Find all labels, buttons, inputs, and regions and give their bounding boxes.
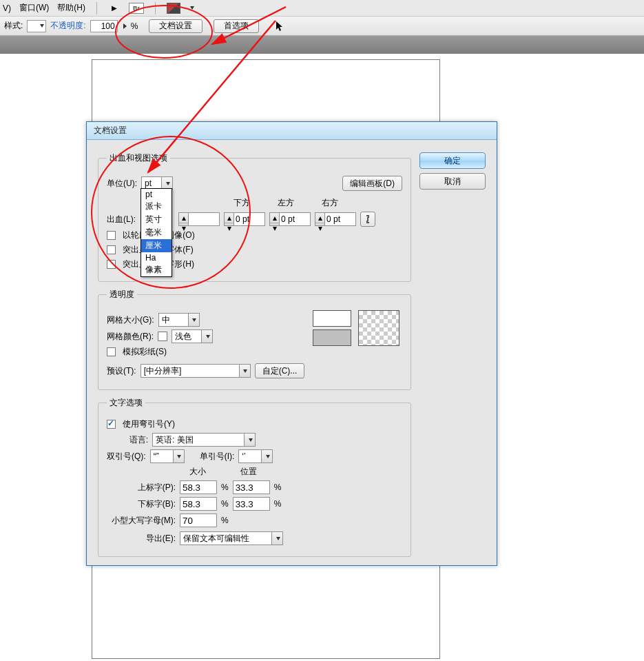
chevron-down-icon: [188, 314, 199, 326]
subscript-pos-field[interactable]: [233, 497, 270, 511]
chevron-down-icon: [173, 450, 184, 462]
simulate-paper-label: 模拟彩纸(S): [123, 346, 167, 358]
chevron-right-icon[interactable]: [123, 23, 127, 29]
unit-label: 单位(U):: [107, 178, 137, 190]
outline-images-checkbox[interactable]: [107, 231, 116, 240]
language-label: 语言:: [107, 434, 148, 446]
chevron-down-icon: [261, 450, 272, 462]
style-label: 样式:: [4, 20, 23, 32]
bleed-right-value[interactable]: [325, 213, 355, 225]
edit-artboards-button[interactable]: 编辑画板(D): [342, 176, 402, 191]
subscript-label: 下标字(B):: [107, 498, 176, 510]
simulate-paper-checkbox[interactable]: [107, 347, 116, 356]
bleed-top-field[interactable]: ▴▾: [178, 212, 220, 226]
go-icon[interactable]: ▶: [108, 3, 121, 13]
dquote-select[interactable]: “”: [150, 449, 185, 463]
chevron-down-icon: [271, 532, 282, 545]
bleed-col-bottom: 下方: [233, 197, 250, 209]
unit-option-pica[interactable]: 派卡: [141, 200, 172, 213]
superscript-size-field[interactable]: [180, 480, 217, 494]
color-swatch-icon[interactable]: [167, 3, 180, 14]
percent-label: %: [221, 516, 229, 525]
highlight-glyphs-checkbox[interactable]: [107, 260, 116, 269]
export-value: 保留文本可编辑性: [183, 533, 249, 545]
link-bleed-icon[interactable]: [360, 212, 375, 227]
dquote-label: 双引号(Q):: [107, 451, 146, 462]
style-select[interactable]: [27, 20, 46, 32]
superscript-pos-field[interactable]: [233, 480, 270, 494]
use-quotes-checkbox[interactable]: [107, 420, 116, 429]
chevron-down-icon: [201, 330, 212, 343]
preferences-button[interactable]: 首选项: [214, 19, 259, 33]
bleed-col-right: 右方: [322, 197, 338, 209]
menu-bar: V) 窗口(W) 帮助(H) ▶ Br: [0, 0, 644, 17]
superscript-label: 上标字(P):: [107, 482, 176, 494]
unit-option-px[interactable]: 像素: [141, 263, 172, 276]
dialog-title-bar[interactable]: 文档设置: [87, 122, 497, 140]
percent-label: %: [131, 21, 138, 31]
percent-label: %: [274, 482, 282, 492]
document-setup-button[interactable]: 文档设置: [149, 19, 202, 33]
bridge-icon[interactable]: Br: [129, 3, 144, 14]
grid-size-value: 中: [162, 314, 170, 326]
opacity-value: 100: [101, 21, 115, 31]
use-quotes-label: 使用弯引号(Y): [123, 418, 175, 430]
options-bar: 样式: 不透明度: 100 % 文档设置 首选项: [0, 17, 644, 36]
chevron-down-icon[interactable]: [190, 6, 194, 10]
custom-button[interactable]: 自定(C)...: [255, 363, 305, 378]
chevron-down-icon: [244, 434, 255, 446]
grid-color-select[interactable]: 浅色: [172, 329, 213, 343]
menu-help[interactable]: 帮助(H): [57, 2, 85, 14]
squote-select[interactable]: ‘’: [238, 449, 273, 463]
preset-value: [中分辨率]: [144, 365, 182, 377]
pos-col-header: 位置: [240, 466, 257, 478]
unit-value: pt: [145, 179, 152, 188]
percent-label: %: [221, 499, 229, 509]
chevron-down-icon: [40, 24, 44, 28]
language-value: 英语: 美国: [156, 434, 194, 446]
bleed-group-legend: 出血和视图选项: [107, 152, 170, 164]
squote-value: ‘’: [242, 451, 245, 461]
highlight-fonts-checkbox[interactable]: [107, 245, 116, 254]
unit-option-mm[interactable]: 毫米: [141, 226, 172, 239]
dialog-title: 文档设置: [94, 125, 127, 136]
document-setup-dialog: 文档设置 出血和视图选项 单位(U): pt 编辑画板(D): [86, 121, 497, 566]
ok-button[interactable]: 确定: [419, 152, 486, 169]
preset-select[interactable]: [中分辨率]: [141, 364, 251, 378]
text-options-legend: 文字选项: [107, 397, 145, 409]
bleed-label: 出血(L):: [107, 214, 136, 225]
transparency-legend: 透明度: [107, 289, 137, 301]
menu-window[interactable]: 窗口(W): [19, 2, 49, 14]
preview-checker: [358, 310, 399, 346]
size-col-header: 大小: [189, 466, 206, 478]
squote-label: 单引号(I):: [200, 451, 235, 462]
language-select[interactable]: 英语: 美国: [152, 433, 256, 447]
unit-option-pt[interactable]: pt: [141, 189, 172, 200]
menu-view[interactable]: V): [3, 3, 11, 13]
cancel-button[interactable]: 取消: [419, 173, 486, 190]
separator: [96, 2, 97, 14]
separator: [155, 2, 156, 14]
opacity-label[interactable]: 不透明度:: [50, 20, 85, 32]
cursor-icon: [274, 20, 287, 32]
bleed-left-value[interactable]: [280, 213, 310, 225]
export-select[interactable]: 保留文本可编辑性: [180, 531, 283, 545]
grid-size-select[interactable]: 中: [158, 313, 200, 327]
bleed-bottom-field[interactable]: ▴▾: [224, 212, 265, 226]
unit-option-inch[interactable]: 英寸: [141, 213, 172, 226]
smallcaps-size-field[interactable]: [180, 513, 217, 527]
unit-option-ha[interactable]: Ha: [141, 252, 172, 263]
opacity-field[interactable]: 100: [90, 20, 118, 32]
unit-dropdown[interactable]: pt 派卡 英寸 毫米 厘米 Ha 像素: [141, 188, 172, 277]
chevron-down-icon: [239, 365, 250, 377]
bleed-left-field[interactable]: ▴▾: [269, 212, 311, 226]
bleed-col-left: 左方: [278, 197, 294, 209]
bleed-bottom-value[interactable]: [234, 213, 264, 225]
grid-size-label: 网格大小(G):: [107, 314, 154, 326]
grid-color-swatch-icon: [158, 332, 167, 341]
smallcaps-label: 小型大写字母(M):: [107, 515, 176, 527]
unit-option-cm[interactable]: 厘米: [141, 239, 172, 252]
bleed-right-field[interactable]: ▴▾: [315, 212, 356, 226]
percent-label: %: [274, 499, 282, 509]
subscript-size-field[interactable]: [180, 497, 217, 511]
